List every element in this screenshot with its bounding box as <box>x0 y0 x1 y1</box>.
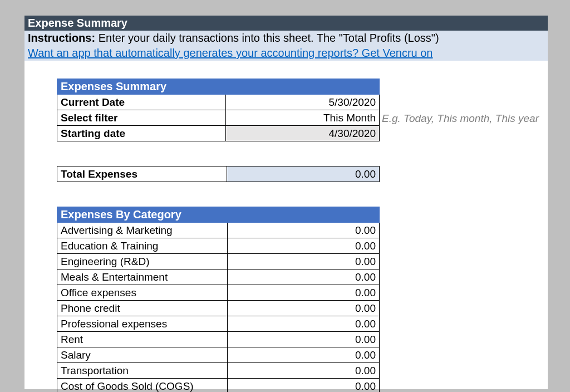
category-label: Engineering (R&D) <box>57 254 228 270</box>
current-date-label: Current Date <box>57 95 226 110</box>
expenses-by-category-header: Expenses By Category <box>57 207 380 223</box>
category-label: Rent <box>57 332 228 347</box>
category-row: Cost of Goods Sold (COGS)0.00 <box>57 379 380 393</box>
starting-date-value[interactable]: 4/30/2020 <box>226 126 380 141</box>
sheet-title: Expense Summary <box>24 16 548 31</box>
category-row: Meals & Entertainment0.00 <box>57 270 380 285</box>
total-expenses-table: Total Expenses 0.00 <box>57 166 380 182</box>
instructions-text: Enter your daily transactions into this … <box>99 32 439 44</box>
total-expenses-value: 0.00 <box>227 166 380 182</box>
category-row: Professional expenses0.00 <box>57 316 380 332</box>
category-value: 0.00 <box>228 379 380 393</box>
category-row: Salary0.00 <box>57 347 380 363</box>
category-row: Education & Training0.00 <box>57 238 380 254</box>
category-value: 0.00 <box>228 223 380 238</box>
select-filter-label: Select filter <box>57 110 226 126</box>
category-label: Phone credit <box>57 301 228 316</box>
category-label: Professional expenses <box>57 316 228 332</box>
category-value: 0.00 <box>228 285 380 301</box>
category-label: Education & Training <box>57 238 228 254</box>
starting-date-label: Starting date <box>57 126 226 141</box>
category-value: 0.00 <box>228 254 380 270</box>
expenses-summary-table: Expenses Summary Current Date 5/30/2020 … <box>57 79 380 141</box>
category-label: Office expenses <box>57 285 228 301</box>
category-value: 0.00 <box>228 347 380 363</box>
category-row: Engineering (R&D)0.00 <box>57 254 380 270</box>
instructions-label: Instructions: <box>28 32 99 44</box>
category-value: 0.00 <box>228 301 380 316</box>
worksheet: Expense Summary Instructions: Enter your… <box>24 16 548 389</box>
category-label: Advertising & Marketing <box>57 223 228 238</box>
category-row: Advertising & Marketing0.00 <box>57 223 380 238</box>
current-date-value[interactable]: 5/30/2020 <box>226 95 380 110</box>
category-label: Transportation <box>57 363 228 379</box>
instructions-row: Instructions: Enter your daily transacti… <box>24 31 548 46</box>
category-row: Transportation0.00 <box>57 363 380 379</box>
category-row: Office expenses0.00 <box>57 285 380 301</box>
filter-hint: E.g. Today, This month, This year <box>382 112 539 125</box>
category-label: Meals & Entertainment <box>57 270 228 285</box>
expenses-by-category-table: Expenses By Category Advertising & Marke… <box>57 207 380 392</box>
category-value: 0.00 <box>228 363 380 379</box>
select-filter-value[interactable]: This Month <box>226 110 380 126</box>
category-row: Rent0.00 <box>57 332 380 347</box>
category-value: 0.00 <box>228 270 380 285</box>
category-value: 0.00 <box>228 332 380 347</box>
promo-link[interactable]: Want an app that automatically generates… <box>28 47 433 59</box>
expenses-summary-header: Expenses Summary <box>57 79 380 95</box>
category-label: Cost of Goods Sold (COGS) <box>57 379 228 393</box>
content-area: Expenses Summary Current Date 5/30/2020 … <box>24 61 548 389</box>
category-row: Phone credit0.00 <box>57 301 380 316</box>
promo-link-row: Want an app that automatically generates… <box>24 46 548 61</box>
category-value: 0.00 <box>228 238 380 254</box>
category-value: 0.00 <box>228 316 380 332</box>
total-expenses-label: Total Expenses <box>57 166 227 182</box>
category-label: Salary <box>57 347 228 363</box>
